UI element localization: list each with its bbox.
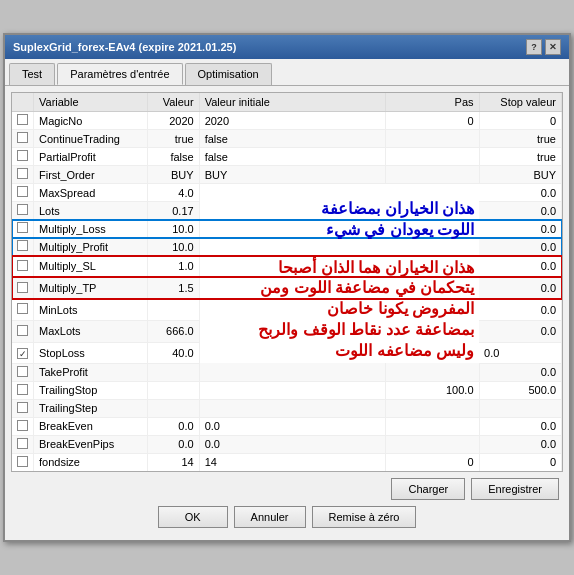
row-stop[interactable]: 0.0 <box>479 256 561 278</box>
row-stop[interactable]: 500.0 <box>479 381 561 399</box>
col-stop: Stop valeur <box>479 93 561 112</box>
arabic-annotation-2: هذان الخياران هما الذان أصبحايتحكمان في … <box>200 256 479 364</box>
row-step[interactable] <box>385 130 479 148</box>
row-step[interactable] <box>385 399 479 417</box>
row-stop[interactable]: BUY <box>479 166 561 184</box>
row-checkbox[interactable] <box>12 112 34 130</box>
row-stop[interactable]: 0 <box>479 112 561 130</box>
annuler-button[interactable]: Annuler <box>234 506 306 528</box>
row-checkbox[interactable] <box>12 166 34 184</box>
remise-button[interactable]: Remise à zéro <box>312 506 417 528</box>
row-initial[interactable] <box>199 399 385 417</box>
row-val[interactable]: 10.0 <box>147 238 199 256</box>
row-checkbox[interactable] <box>12 342 34 363</box>
row-initial[interactable]: 2020 <box>199 112 385 130</box>
table-row: TrailingStep <box>12 399 562 417</box>
row-checkbox[interactable] <box>12 299 34 321</box>
row-val[interactable]: 666.0 <box>147 321 199 343</box>
close-button[interactable]: ✕ <box>545 39 561 55</box>
row-val[interactable]: false <box>147 148 199 166</box>
row-checkbox[interactable] <box>12 238 34 256</box>
row-val[interactable]: 0.0 <box>147 435 199 453</box>
row-initial[interactable] <box>199 363 385 381</box>
table-row: TrailingStop 100.0 500.0 <box>12 381 562 399</box>
row-val[interactable]: BUY <box>147 166 199 184</box>
row-val[interactable]: 2020 <box>147 112 199 130</box>
row-initial[interactable]: 0.0 <box>199 435 385 453</box>
row-val[interactable]: 14 <box>147 453 199 471</box>
row-checkbox[interactable] <box>12 399 34 417</box>
row-stop[interactable]: 0.0 <box>479 417 561 435</box>
ok-button[interactable]: OK <box>158 506 228 528</box>
row-checkbox[interactable] <box>12 148 34 166</box>
row-stop[interactable]: 0.0 <box>479 321 561 343</box>
row-stop[interactable]: 0.0 <box>479 299 561 321</box>
row-val[interactable]: 10.0 <box>147 220 199 238</box>
row-step[interactable] <box>385 166 479 184</box>
row-checkbox[interactable] <box>12 130 34 148</box>
row-checkbox[interactable] <box>12 184 34 202</box>
row-val[interactable] <box>147 381 199 399</box>
row-stop[interactable]: 0.0 <box>479 342 561 363</box>
row-initial[interactable] <box>199 381 385 399</box>
row-val[interactable]: 0.0 <box>147 417 199 435</box>
title-bar-buttons: ? ✕ <box>526 39 561 55</box>
row-initial[interactable]: false <box>199 130 385 148</box>
row-checkbox[interactable] <box>12 381 34 399</box>
row-val[interactable] <box>147 299 199 321</box>
row-var: First_Order <box>34 166 148 184</box>
row-step[interactable] <box>385 417 479 435</box>
row-stop[interactable]: 0 <box>479 453 561 471</box>
table-row: First_Order BUY BUY BUY <box>12 166 562 184</box>
row-initial[interactable]: BUY <box>199 166 385 184</box>
tab-optimisation[interactable]: Optimisation <box>185 63 272 85</box>
row-val[interactable]: 0.17 <box>147 202 199 220</box>
row-step[interactable] <box>385 435 479 453</box>
row-checkbox[interactable] <box>12 453 34 471</box>
row-stop[interactable]: 0.0 <box>479 435 561 453</box>
row-stop[interactable]: 0.0 <box>479 238 561 256</box>
arabic-overlay-1: هذان الخياران بمضاعفةاللوت يعودان في شيء <box>199 184 479 256</box>
row-initial[interactable]: 0.0 <box>199 417 385 435</box>
row-checkbox[interactable] <box>12 417 34 435</box>
row-step[interactable]: 100.0 <box>385 381 479 399</box>
tab-test[interactable]: Test <box>9 63 55 85</box>
row-val[interactable] <box>147 363 199 381</box>
parameters-table-container[interactable]: Variable Valeur Valeur initiale Pas Stop… <box>11 92 563 472</box>
row-val[interactable]: 1.5 <box>147 277 199 299</box>
row-val[interactable]: 1.0 <box>147 256 199 278</box>
row-val[interactable]: 40.0 <box>147 342 199 363</box>
row-step[interactable]: 0 <box>385 453 479 471</box>
row-stop[interactable]: true <box>479 148 561 166</box>
row-initial[interactable]: 14 <box>199 453 385 471</box>
row-val[interactable]: 4.0 <box>147 184 199 202</box>
tab-parametres[interactable]: Paramètres d'entrée <box>57 63 182 85</box>
row-step[interactable] <box>385 148 479 166</box>
enregistrer-button[interactable]: Enregistrer <box>471 478 559 500</box>
row-initial[interactable]: false <box>199 148 385 166</box>
table-header-row: Variable Valeur Valeur initiale Pas Stop… <box>12 93 562 112</box>
row-checkbox[interactable] <box>12 256 34 278</box>
row-checkbox[interactable] <box>12 277 34 299</box>
row-step[interactable] <box>385 363 479 381</box>
help-button[interactable]: ? <box>526 39 542 55</box>
col-variable: Variable <box>34 93 148 112</box>
row-stop[interactable]: 0.0 <box>479 220 561 238</box>
row-checkbox[interactable] <box>12 435 34 453</box>
row-checkbox[interactable] <box>12 220 34 238</box>
row-checkbox[interactable] <box>12 321 34 343</box>
row-stop[interactable]: 0.0 <box>479 277 561 299</box>
row-checkbox[interactable] <box>12 202 34 220</box>
row-val[interactable] <box>147 399 199 417</box>
row-stop[interactable] <box>479 399 561 417</box>
row-stop[interactable]: 0.0 <box>479 184 561 202</box>
row-step[interactable]: 0 <box>385 112 479 130</box>
row-checkbox[interactable] <box>12 363 34 381</box>
charger-button[interactable]: Charger <box>391 478 465 500</box>
row-stop[interactable]: true <box>479 130 561 148</box>
table-row: fondsize 14 14 0 0 <box>12 453 562 471</box>
row-val[interactable]: true <box>147 130 199 148</box>
row-stop[interactable]: 0.0 <box>479 202 561 220</box>
row-stop[interactable]: 0.0 <box>479 363 561 381</box>
table-row: MagicNo 2020 2020 0 0 <box>12 112 562 130</box>
